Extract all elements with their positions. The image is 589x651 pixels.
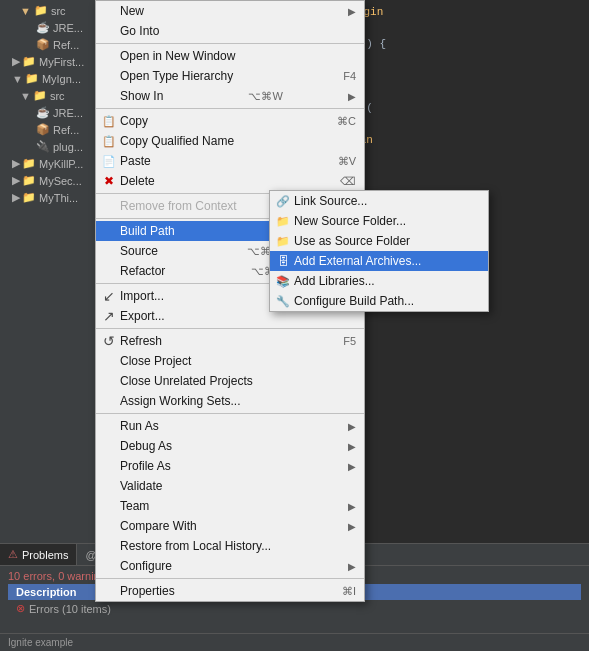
add-lib-icon — [275, 273, 291, 289]
shortcut-refresh: F5 — [323, 335, 356, 347]
menu-item-new-source-folder[interactable]: New Source Folder... — [270, 211, 488, 231]
shortcut-properties: ⌘I — [322, 585, 356, 598]
menu-item-properties[interactable]: Properties ⌘I — [96, 581, 364, 601]
new-src-icon — [275, 213, 291, 229]
menu-item-show-in[interactable]: Show In ⌥⌘W ▶ — [96, 86, 364, 106]
menu-item-new[interactable]: New ▶ — [96, 1, 364, 21]
menu-item-configure[interactable]: Configure ▶ — [96, 556, 364, 576]
menu-item-compare-with[interactable]: Compare With ▶ — [96, 516, 364, 536]
menu-item-close-unrelated[interactable]: Close Unrelated Projects — [96, 371, 364, 391]
import-icon — [101, 288, 117, 304]
menu-item-close-project[interactable]: Close Project — [96, 351, 364, 371]
menu-item-run-as[interactable]: Run As ▶ — [96, 416, 364, 436]
menu-item-delete[interactable]: Delete ⌫ — [96, 171, 364, 191]
menu-item-use-as-source[interactable]: Use as Source Folder — [270, 231, 488, 251]
use-src-icon — [275, 233, 291, 249]
arrow-icon: ▶ — [348, 6, 356, 17]
menu-item-go-into[interactable]: Go Into — [96, 21, 364, 41]
buildpath-submenu: Link Source... New Source Folder... Use … — [269, 190, 489, 312]
menu-item-copy-qualified[interactable]: Copy Qualified Name — [96, 131, 364, 151]
arrow-profile-as: ▶ — [348, 461, 356, 472]
link-src-icon — [275, 193, 291, 209]
menu-item-restore-history[interactable]: Restore from Local History... — [96, 536, 364, 556]
arrow-compare-with: ▶ — [348, 521, 356, 532]
shortcut-f4: F4 — [323, 70, 356, 82]
context-menu-overlay: New ▶ Go Into Open in New Window Open Ty… — [0, 0, 589, 651]
delete-icon — [101, 173, 117, 189]
refresh-icon — [101, 333, 117, 349]
menu-item-debug-as[interactable]: Debug As ▶ — [96, 436, 364, 456]
menu-divider8 — [96, 578, 364, 579]
menu-divider6 — [96, 328, 364, 329]
shortcut-paste: ⌘V — [318, 155, 356, 168]
arrow-run-as: ▶ — [348, 421, 356, 432]
paste-icon — [101, 153, 117, 169]
copy-qualified-icon — [101, 133, 117, 149]
menu-item-link-source[interactable]: Link Source... — [270, 191, 488, 211]
menu-item-open-new-window[interactable]: Open in New Window — [96, 46, 364, 66]
menu-item-add-external-archives[interactable]: Add External Archives... — [270, 251, 488, 271]
menu-item-validate[interactable]: Validate — [96, 476, 364, 496]
copy-icon — [101, 113, 117, 129]
menu-item-paste[interactable]: Paste ⌘V — [96, 151, 364, 171]
arrow-icon2: ▶ — [348, 91, 356, 102]
menu-divider2 — [96, 108, 364, 109]
export-icon — [101, 308, 117, 324]
menu-item-open-type-hierarchy[interactable]: Open Type Hierarchy F4 — [96, 66, 364, 86]
shortcut-delete: ⌫ — [320, 175, 356, 188]
add-ext-icon — [275, 253, 291, 269]
menu-item-copy[interactable]: Copy ⌘C — [96, 111, 364, 131]
menu-item-configure-build-path[interactable]: Configure Build Path... — [270, 291, 488, 311]
menu-divider — [96, 43, 364, 44]
shortcut-copy: ⌘C — [317, 115, 356, 128]
arrow-debug-as: ▶ — [348, 441, 356, 452]
menu-item-refresh[interactable]: Refresh F5 — [96, 331, 364, 351]
arrow-team: ▶ — [348, 501, 356, 512]
menu-item-add-libraries[interactable]: Add Libraries... — [270, 271, 488, 291]
arrow-configure: ▶ — [348, 561, 356, 572]
menu-item-team[interactable]: Team ▶ — [96, 496, 364, 516]
menu-divider7 — [96, 413, 364, 414]
cfg-build-icon — [275, 293, 291, 309]
menu-item-profile-as[interactable]: Profile As ▶ — [96, 456, 364, 476]
shortcut-show-in: ⌥⌘W — [228, 90, 282, 103]
menu-item-assign-working-sets[interactable]: Assign Working Sets... — [96, 391, 364, 411]
